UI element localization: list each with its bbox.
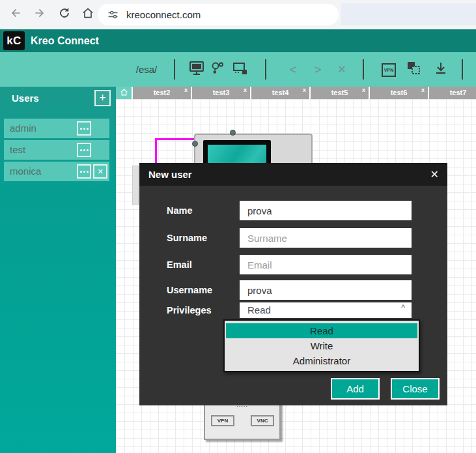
add-button[interactable]: Add — [331, 378, 380, 400]
toolbar-divider — [174, 59, 175, 80]
display-node-button[interactable] — [231, 61, 249, 79]
user-row-admin[interactable]: admin — [4, 119, 109, 138]
tab-test6[interactable]: test6 x — [369, 87, 428, 99]
close-button[interactable]: Close — [391, 378, 440, 400]
key-icon — [208, 60, 225, 80]
user-delete-button[interactable]: ✕ — [93, 164, 107, 179]
modal-title: New user — [148, 163, 192, 186]
ellipsis-icon — [80, 128, 82, 130]
users-sidebar: Users + admin test monica ✕ — [0, 87, 116, 453]
tab-close-button[interactable]: x — [362, 87, 365, 94]
browser-home-button[interactable] — [81, 7, 95, 22]
toolbar-divider — [462, 59, 463, 80]
privileges-label: Privileges — [167, 302, 212, 318]
option-read[interactable]: Read — [226, 323, 417, 338]
tab-label: test4 — [272, 89, 289, 96]
tab-label: test3 — [213, 89, 230, 96]
tab-label: test6 — [391, 89, 408, 96]
user-options-button[interactable] — [77, 121, 91, 136]
privileges-dropdown: Read Write Administrator — [223, 319, 420, 372]
app-logo: kC — [3, 31, 25, 50]
vpn-icon: VPN — [382, 63, 396, 77]
user-options-button[interactable] — [77, 143, 91, 157]
surname-input[interactable] — [240, 228, 412, 248]
ellipsis-icon — [80, 171, 82, 173]
username-input[interactable] — [240, 280, 412, 300]
user-row-monica[interactable]: monica ✕ — [4, 162, 109, 181]
email-input[interactable] — [240, 255, 412, 274]
connection-wire — [155, 138, 157, 164]
nav-forward-button[interactable]: > — [310, 52, 326, 87]
user-row-test[interactable]: test — [4, 140, 109, 160]
app-title: Kreo Connect — [31, 29, 99, 52]
option-write[interactable]: Write — [226, 338, 417, 353]
tab-close-button[interactable]: x — [303, 87, 306, 94]
tab-close-button[interactable]: x — [421, 87, 425, 94]
device-vnc-button[interactable]: VNC — [251, 415, 274, 426]
device-vpn-button[interactable]: VPN — [211, 415, 234, 426]
username-label: Username — [167, 280, 212, 300]
tab-test4[interactable]: test4 x — [250, 87, 309, 99]
tab-close-button[interactable]: x — [184, 87, 188, 94]
nav-back-button[interactable]: < — [285, 52, 301, 87]
browser-reload-button[interactable] — [57, 7, 72, 22]
tab-test7[interactable]: test7 — [428, 87, 476, 99]
tab-test2[interactable]: test2 x — [132, 87, 191, 99]
site-settings-icon[interactable] — [107, 8, 119, 21]
nav-close-button[interactable]: ✕ — [334, 52, 350, 87]
option-administrator[interactable]: Administrator — [226, 353, 417, 368]
ellipsis-icon — [80, 149, 82, 151]
port-handle[interactable] — [230, 130, 236, 136]
tab-label: test2 — [154, 89, 171, 96]
toolbar-divider — [363, 59, 364, 80]
app-toolbar: /esa/ < > ✕ VPN — [0, 52, 476, 87]
email-label: Email — [167, 255, 192, 274]
toolbar-divider — [265, 59, 266, 80]
users-panel-title: Users — [12, 93, 39, 104]
new-user-modal: New user ✕ Name Surname Email Username P… — [139, 163, 447, 405]
tab-test5[interactable]: test5 x — [309, 87, 369, 99]
surname-label: Surname — [167, 228, 207, 248]
app-header: kC Kreo Connect — [0, 29, 476, 52]
tab-label: test5 — [331, 89, 348, 96]
home-tab-button[interactable] — [116, 87, 132, 99]
copy-files-icon — [405, 60, 422, 80]
home-tab-icon — [120, 87, 128, 99]
connection-wire — [155, 138, 196, 140]
name-label: Name — [167, 201, 193, 220]
key-button[interactable] — [208, 61, 226, 79]
user-options-button[interactable] — [77, 164, 91, 179]
user-name: test — [10, 140, 25, 160]
port-handle[interactable] — [192, 141, 198, 147]
user-name: admin — [10, 119, 36, 138]
privileges-selected-value: Read — [247, 302, 271, 318]
add-user-button[interactable]: + — [94, 90, 111, 106]
monitor-icon — [188, 60, 205, 80]
back-arrow-icon — [9, 7, 22, 22]
vpn-button[interactable]: VPN — [380, 61, 398, 79]
browser-toolbar: kreoconnect.com — [0, 0, 476, 29]
address-bar[interactable]: kreoconnect.com — [98, 4, 339, 25]
tab-test3[interactable]: test3 x — [191, 87, 250, 99]
kreo-connect-app: kreoconnect.com kC Kreo Connect /esa/ < — [0, 0, 476, 453]
address-bar-extension — [341, 3, 476, 25]
vertical-scrollbar[interactable] — [132, 166, 139, 205]
privileges-select[interactable]: Read ^ — [240, 302, 412, 318]
screen-share-button[interactable] — [188, 61, 206, 79]
caret-up-icon: ^ — [401, 303, 405, 312]
tab-close-button[interactable]: x — [244, 87, 247, 94]
download-button[interactable] — [432, 61, 450, 79]
url-text: kreoconnect.com — [126, 4, 201, 25]
current-path-label: /esa/ — [120, 52, 173, 87]
tab-label: test7 — [450, 89, 467, 96]
modal-close-button[interactable]: ✕ — [430, 163, 439, 186]
name-input[interactable] — [240, 201, 412, 220]
home-icon — [81, 7, 94, 22]
browser-forward-button[interactable] — [33, 7, 47, 22]
browser-back-button[interactable] — [8, 7, 23, 22]
display-node-icon — [232, 60, 249, 80]
file-transfer-button[interactable] — [404, 61, 423, 79]
forward-arrow-icon — [33, 7, 46, 22]
modal-header: New user ✕ — [139, 163, 447, 186]
download-icon — [432, 60, 449, 80]
